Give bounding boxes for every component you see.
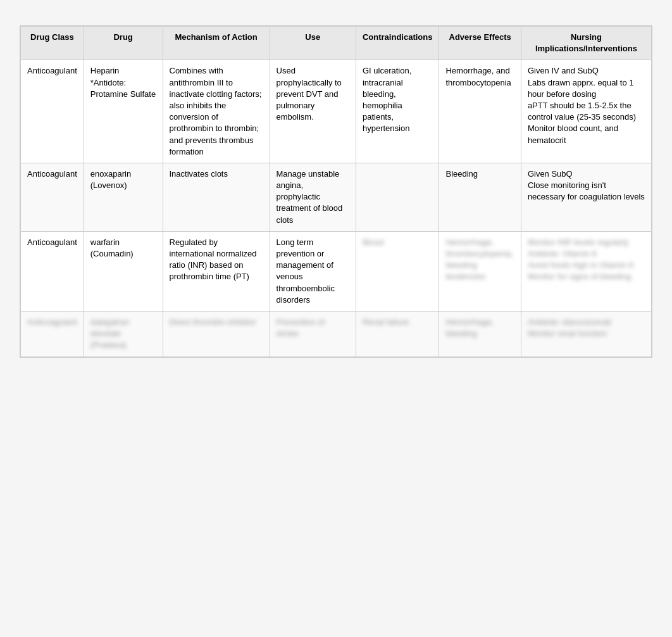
cell-nursing: Monitor INR levels regularlyAntidote: Vi… <box>521 231 651 311</box>
main-table-container: Drug Class Drug Mechanism of Action Use … <box>20 25 652 358</box>
header-nursing: Nursing Implications/Interventions <box>521 27 651 60</box>
cell-drug-class: Anticoagulant <box>21 60 84 163</box>
cell-use: Long term prevention or management of ve… <box>270 231 356 311</box>
cell-drug-class: Anticoagulant <box>21 231 84 311</box>
cell-adverse-effects: Hemorrhage, and thrombocytopenia <box>439 60 521 163</box>
table-header-row: Drug Class Drug Mechanism of Action Use … <box>21 27 652 60</box>
cell-use: Prevention of stroke <box>270 311 356 356</box>
cell-drug-class: Anticoagulant <box>21 163 84 231</box>
cell-drug: dabigatran etexilate (Pradaxa) <box>84 311 163 356</box>
table-row: AnticoagulantHeparin*Antidote: Protamine… <box>21 60 652 163</box>
header-drug-class: Drug Class <box>21 27 84 60</box>
header-drug: Drug <box>84 27 163 60</box>
cell-adverse-effects: Bleeding <box>439 163 521 231</box>
table-row: Anticoagulantdabigatran etexilate (Prada… <box>21 311 652 356</box>
cell-nursing: Given SubQClose monitoring isn't necessa… <box>521 163 651 231</box>
cell-contraindications: GI ulceration, intracranial bleeding, he… <box>356 60 439 163</box>
cell-nursing: Given IV and SubQLabs drawn apprx. equal… <box>521 60 651 163</box>
table-row: Anticoagulantenoxaparin (Lovenox)Inactiv… <box>21 163 652 231</box>
cell-mechanism: Regulated by international normalized ra… <box>163 231 270 311</box>
cell-nursing: Antidote: idarucizumabMonitor renal func… <box>521 311 651 356</box>
cell-contraindications: Renal failure <box>356 311 439 356</box>
drug-table: Drug Class Drug Mechanism of Action Use … <box>20 26 652 357</box>
cell-adverse-effects: Hemorrhage, thrombocytopenia, bleeding t… <box>439 231 521 311</box>
cell-mechanism: Inactivates clots <box>163 163 270 231</box>
cell-drug-class: Anticoagulant <box>21 311 84 356</box>
table-body: AnticoagulantHeparin*Antidote: Protamine… <box>21 60 652 356</box>
cell-adverse-effects: Hemorrhage, bleeding <box>439 311 521 356</box>
header-adverse-effects: Adverse Effects <box>439 27 521 60</box>
header-mechanism: Mechanism of Action <box>163 27 270 60</box>
cell-drug: enoxaparin (Lovenox) <box>84 163 163 231</box>
cell-mechanism: Combines with antithrombin III to inacti… <box>163 60 270 163</box>
cell-drug: warfarin (Coumadin) <box>84 231 163 311</box>
table-row: Anticoagulantwarfarin (Coumadin)Regulate… <box>21 231 652 311</box>
cell-contraindications <box>356 163 439 231</box>
header-contraindications: Contraindications <box>356 27 439 60</box>
cell-contraindications: Blood <box>356 231 439 311</box>
header-use: Use <box>270 27 356 60</box>
cell-use: Used prophylactically to prevent DVT and… <box>270 60 356 163</box>
cell-drug: Heparin*Antidote: Protamine Sulfate <box>84 60 163 163</box>
cell-mechanism: Direct thrombin inhibitor <box>163 311 270 356</box>
cell-use: Manage unstable angina, prophylactic tre… <box>270 163 356 231</box>
